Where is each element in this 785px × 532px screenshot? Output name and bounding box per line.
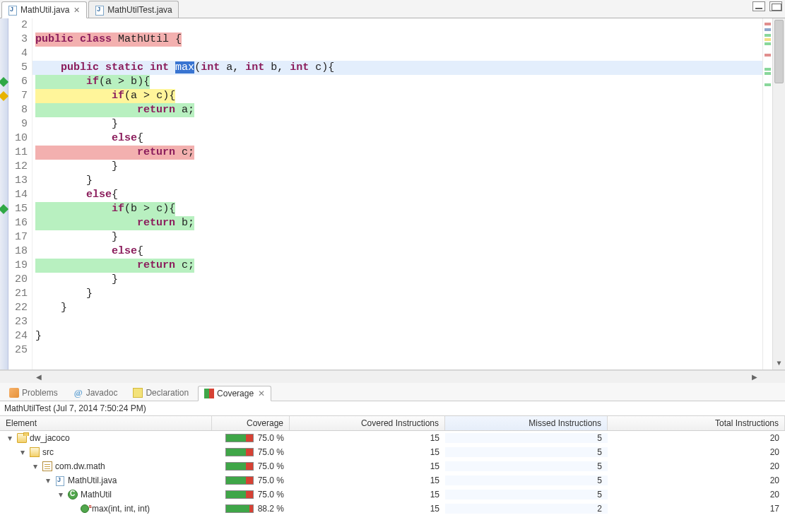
code-line[interactable]: else{ <box>33 131 785 146</box>
code-line[interactable]: return c; <box>33 259 785 273</box>
code-line[interactable]: if(a > b){ <box>33 75 785 89</box>
expand-twisty-icon[interactable]: ▾ <box>44 475 52 485</box>
scroll-right-icon[interactable]: ▶ <box>748 371 761 383</box>
folding-ruler[interactable] <box>0 18 8 370</box>
coverage-element-label: MathUtil.java <box>68 475 117 485</box>
view-tab-label: Javadoc <box>86 388 118 398</box>
coverage-table-body: ▾dw_jacoco75.0 %15520▾src75.0 %15520▾com… <box>0 431 785 516</box>
coverage-row[interactable]: ▾com.dw.math75.0 %15520 <box>0 459 785 473</box>
col-header-missed[interactable]: Missed Instructions <box>445 416 608 430</box>
code-line[interactable]: } <box>33 287 785 301</box>
expand-twisty-icon[interactable]: ▾ <box>57 490 65 500</box>
code-line[interactable]: if(b > c){ <box>33 202 785 216</box>
coverage-bar <box>225 504 254 513</box>
code-line[interactable]: return a; <box>33 103 785 117</box>
line-number: 18 <box>8 244 28 259</box>
scroll-down-icon[interactable]: ▼ <box>773 357 785 370</box>
line-number: 4 <box>8 47 28 61</box>
scroll-left-icon[interactable]: ◀ <box>33 371 45 383</box>
code-line[interactable]: if(a > c){ <box>33 89 785 103</box>
col-header-coverage[interactable]: Coverage <box>212 416 290 430</box>
coverage-row[interactable]: ▾MathUtil75.0 %15520 <box>0 487 785 502</box>
scrollbar-thumb[interactable] <box>774 20 784 83</box>
coverage-element-label: dw_jacoco <box>30 433 70 443</box>
line-number: 5 <box>8 61 28 75</box>
code-line[interactable]: return c; <box>33 146 785 160</box>
view-tab-javadoc[interactable]: @ Javadoc <box>67 385 124 401</box>
col-header-element[interactable]: Element <box>0 416 212 430</box>
coverage-table-header: Element Coverage Covered Instructions Mi… <box>0 415 785 431</box>
coverage-row[interactable]: ▾src75.0 %15520 <box>0 445 785 459</box>
coverage-ci: 15 <box>290 504 445 514</box>
code-line[interactable]: } <box>33 230 785 244</box>
code-line[interactable] <box>33 18 785 32</box>
pkg-icon <box>42 461 52 471</box>
code-line[interactable]: } <box>33 301 785 315</box>
code-line[interactable]: } <box>33 174 785 188</box>
coverage-row[interactable]: ▾dw_jacoco75.0 %15520 <box>0 431 785 445</box>
code-line[interactable]: } <box>33 160 785 174</box>
code-editor[interactable]: 2345678910111213141516171819202122232425… <box>0 18 785 370</box>
horizontal-scrollbar[interactable]: ◀ ▶ <box>0 370 785 383</box>
coverage-row[interactable]: max(int, int, int)88.2 %15217 <box>0 502 785 516</box>
line-number: 23 <box>8 315 28 329</box>
editor-tab-bar: MathUtil.java ✕ MathUtilTest.java <box>0 0 785 18</box>
code-line[interactable]: else{ <box>33 188 785 202</box>
coverage-ti: 20 <box>608 447 785 457</box>
coverage-row[interactable]: ▾MathUtil.java75.0 %15520 <box>0 473 785 487</box>
coverage-session-title: MathUtilTest (Jul 7, 2014 7:50:24 PM) <box>0 401 785 415</box>
view-tab-declaration[interactable]: Declaration <box>126 385 195 401</box>
expand-twisty-icon[interactable]: ▾ <box>6 433 14 443</box>
view-tab-problems[interactable]: Problems <box>3 385 64 401</box>
expand-twisty-icon[interactable]: ▾ <box>18 447 27 457</box>
line-number: 20 <box>8 273 28 287</box>
method-icon <box>81 504 89 513</box>
expand-twisty-icon[interactable]: ▾ <box>31 461 40 471</box>
class-icon <box>68 490 78 500</box>
coverage-percent: 75.0 % <box>258 475 284 485</box>
code-line[interactable]: } <box>33 273 785 287</box>
line-number: 25 <box>8 343 28 357</box>
coverage-percent: 88.2 % <box>258 504 284 514</box>
code-line[interactable]: } <box>33 117 785 131</box>
close-icon[interactable]: ✕ <box>72 6 81 14</box>
coverage-ci: 15 <box>290 475 445 485</box>
coverage-mi: 5 <box>445 447 608 457</box>
code-line[interactable] <box>33 315 785 329</box>
line-number: 16 <box>8 216 28 230</box>
maximize-icon[interactable] <box>769 1 782 11</box>
line-number: 12 <box>8 160 28 174</box>
view-tab-coverage[interactable]: Coverage ✕ <box>198 386 271 401</box>
code-line[interactable] <box>33 343 785 357</box>
coverage-table: Element Coverage Covered Instructions Mi… <box>0 415 785 532</box>
code-line[interactable]: public class MathUtil { <box>33 32 785 47</box>
minimize-icon[interactable] <box>752 1 765 11</box>
problems-icon <box>9 388 19 398</box>
coverage-percent: 75.0 % <box>258 433 284 443</box>
coverage-ci: 15 <box>290 461 445 471</box>
code-content[interactable]: public class MathUtil { public static in… <box>33 18 785 357</box>
vertical-scrollbar[interactable]: ▲ ▼ <box>772 18 785 370</box>
coverage-percent: 75.0 % <box>258 490 284 500</box>
code-line[interactable]: return b; <box>33 216 785 230</box>
code-line[interactable]: else{ <box>33 244 785 259</box>
coverage-element-label: max(int, int, int) <box>92 504 150 514</box>
col-header-total[interactable]: Total Instructions <box>608 416 785 430</box>
line-number: 9 <box>8 117 28 131</box>
code-line[interactable]: public static int max(int a, int b, int … <box>33 61 785 75</box>
overview-ruler[interactable] <box>762 18 772 370</box>
col-header-covered[interactable]: Covered Instructions <box>290 416 445 430</box>
code-line[interactable]: } <box>33 329 785 343</box>
view-tab-label: Declaration <box>146 388 189 398</box>
line-number: 14 <box>8 188 28 202</box>
line-number: 15 <box>8 202 28 216</box>
coverage-ci: 15 <box>290 447 445 457</box>
close-icon[interactable]: ✕ <box>258 389 265 398</box>
coverage-element-label: com.dw.math <box>55 461 105 471</box>
tab-mathutil[interactable]: MathUtil.java ✕ <box>1 1 87 18</box>
coverage-mi: 2 <box>445 504 608 514</box>
coverage-percent: 75.0 % <box>258 461 284 471</box>
coverage-mi: 5 <box>445 461 608 471</box>
code-line[interactable] <box>33 47 785 61</box>
tab-mathutiltest[interactable]: MathUtilTest.java <box>88 1 178 18</box>
